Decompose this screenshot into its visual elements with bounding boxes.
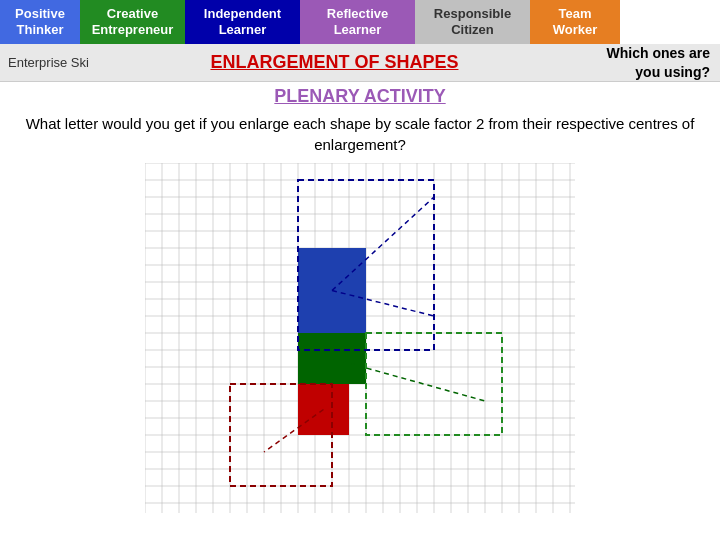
tab-reflective[interactable]: ReflectiveLearner bbox=[300, 0, 415, 44]
plenary-row: PLENARY ACTIVITY bbox=[0, 82, 720, 109]
enterprise-label: Enterprise Ski bbox=[0, 55, 89, 70]
tab-responsible[interactable]: ResponsibleCitizen bbox=[415, 0, 530, 44]
second-row: Enterprise Ski ENLARGEMENT OF SHAPES Whi… bbox=[0, 44, 720, 82]
which-ones-text: Which ones are you using? bbox=[580, 44, 720, 80]
question-text: What letter would you get if you enlarge… bbox=[0, 109, 720, 159]
plenary-title: PLENARY ACTIVITY bbox=[274, 86, 445, 106]
tab-positive[interactable]: PositiveThinker bbox=[0, 0, 80, 44]
tab-independent[interactable]: IndependentLearner bbox=[185, 0, 300, 44]
tab-creative[interactable]: CreativeEntrepreneur bbox=[80, 0, 185, 44]
shapes-canvas bbox=[145, 163, 575, 513]
header-tabs: PositiveThinker CreativeEntrepreneur Ind… bbox=[0, 0, 720, 44]
enlargement-title: ENLARGEMENT OF SHAPES bbox=[89, 52, 580, 73]
grid-area bbox=[145, 163, 575, 513]
tab-team[interactable]: TeamWorker bbox=[530, 0, 620, 44]
